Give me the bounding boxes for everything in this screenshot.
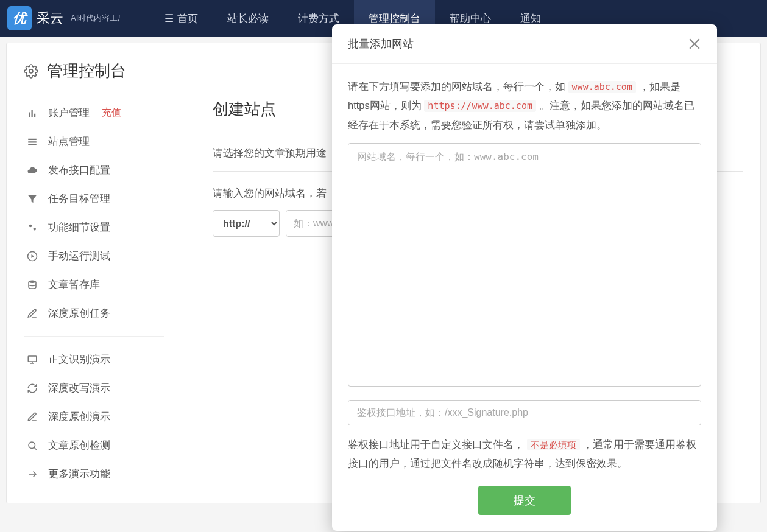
batch-add-modal: 批量添加网站 请在下方填写要添加的网站域名，每行一个，如 www.abc.com… [332,24,717,531]
svg-rect-3 [34,114,35,117]
nav-label: 首页 [177,12,198,26]
domains-textarea[interactable] [348,143,701,387]
panel-title: 管理控制台 [47,60,126,82]
auth-url-input[interactable] [348,400,701,425]
close-icon[interactable] [688,37,701,51]
search-icon [26,439,38,452]
sidebar-label: 账户管理 [48,106,90,120]
modal-description: 请在下方填写要添加的网站域名，每行一个，如 www.abc.com ，如果是ht… [348,77,701,135]
svg-point-0 [29,69,33,73]
sidebar-label: 任务目标管理 [48,192,110,206]
sidebar: 账户管理 充值 站点管理 发布接口配置 任务目标管理 [24,99,164,488]
sidebar-label: 发布接口配置 [48,163,110,177]
code-sample: https://www.abc.com [424,100,536,112]
monitor-icon [26,354,38,366]
protocol-select[interactable]: http:// [213,210,280,237]
svg-rect-5 [28,141,37,142]
play-icon [26,250,38,262]
sidebar-item-sites[interactable]: 站点管理 [24,127,164,156]
text: 请在下方填写要添加的网站域名，每行一个，如 [348,81,568,92]
sidebar-item-originality-check[interactable]: 文章原创检测 [24,431,164,460]
sidebar-item-article-store[interactable]: 文章暂存库 [24,270,164,299]
sidebar-label: 功能细节设置 [48,220,110,234]
svg-point-10 [29,281,36,284]
sidebar-label: 深度改写演示 [48,381,110,395]
text: 鉴权接口地址用于自定义接口文件名， [348,439,527,450]
nav-label: 计费方式 [298,12,339,26]
svg-point-7 [29,225,32,228]
svg-point-12 [29,442,35,449]
svg-rect-4 [28,139,37,140]
auth-hint: 鉴权接口地址用于自定义接口文件名， 不是必填项 ，通常用于需要通用鉴权接口的用户… [348,435,701,474]
gear-icon [24,64,38,79]
nav-label: 通知 [520,12,541,26]
list-icon: ☰ [164,12,174,25]
sidebar-label: 文章原创检测 [48,438,110,452]
sidebar-item-publish[interactable]: 发布接口配置 [24,156,164,184]
svg-rect-11 [28,356,37,362]
sidebar-item-tasks[interactable]: 任务目标管理 [24,184,164,213]
sidebar-label: 站点管理 [48,135,90,149]
sidebar-item-settings[interactable]: 功能细节设置 [24,213,164,242]
logo-icon: 优 [7,6,32,30]
refresh-icon [26,382,38,394]
sidebar-divider [24,336,164,337]
nav-home[interactable]: ☰ 首页 [150,0,213,37]
cloud-icon [26,164,38,177]
brand-tagline: AI时代内容工厂 [71,13,125,24]
nav-label: 管理控制台 [369,12,420,26]
cogs-icon [26,222,38,234]
not-required-badge: 不是必填项 [527,439,580,450]
brand-logo[interactable]: 优 采云 AI时代内容工厂 [7,6,125,30]
sidebar-label: 更多演示功能 [48,467,110,481]
nav-label: 帮助中心 [450,12,491,26]
sidebar-item-rewrite-demo[interactable]: 深度改写演示 [24,374,164,402]
edit-icon [26,411,38,423]
sidebar-item-deep-original[interactable]: 深度原创任务 [24,299,164,327]
brand-name: 采云 [37,9,63,27]
svg-point-8 [34,228,37,231]
database-icon [26,279,38,291]
code-sample: www.abc.com [568,81,636,93]
recharge-badge[interactable]: 充值 [102,107,121,119]
nav-label: 站长必读 [227,12,269,26]
list-icon [26,136,38,148]
sidebar-label: 深度原创任务 [48,306,110,320]
bar-chart-icon [26,107,38,119]
edit-icon [26,307,38,320]
sidebar-label: 文章暂存库 [48,278,100,292]
share-icon [26,468,38,480]
svg-rect-6 [28,144,37,145]
sidebar-item-more-demos[interactable]: 更多演示功能 [24,460,164,488]
svg-rect-1 [29,113,30,117]
modal-title: 批量添加网站 [348,37,414,51]
nav-webmaster[interactable]: 站长必读 [213,0,283,37]
sidebar-item-manual-run[interactable]: 手动运行测试 [24,242,164,270]
svg-rect-2 [32,110,33,117]
sidebar-label: 深度原创演示 [48,410,110,424]
sidebar-label: 正文识别演示 [48,352,110,366]
filter-icon [26,193,38,205]
submit-button[interactable]: 提交 [478,486,571,515]
sidebar-item-original-demo[interactable]: 深度原创演示 [24,402,164,431]
sidebar-item-body-detect[interactable]: 正文识别演示 [24,345,164,374]
sidebar-item-account[interactable]: 账户管理 充值 [24,99,164,127]
sidebar-label: 手动运行测试 [48,249,110,263]
